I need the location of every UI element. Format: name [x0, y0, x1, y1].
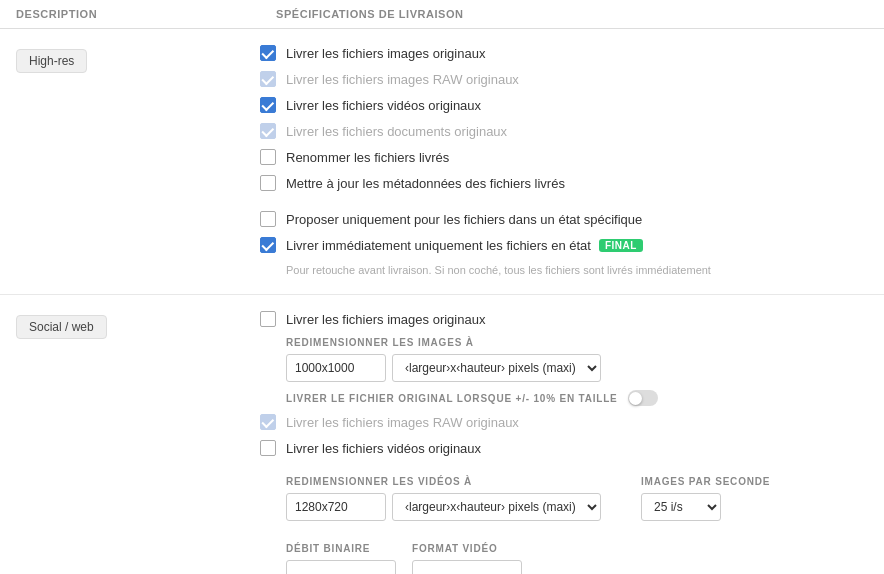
header-specs: SPÉCIFICATIONS DE LIVRAISON [276, 8, 868, 20]
cb-rename[interactable] [260, 149, 276, 165]
resize-images-select[interactable]: ‹largeur›x‹hauteur› pixels (maxi) [392, 354, 601, 382]
sw-checkbox-video: Livrer les fichiers vidéos originaux [260, 440, 868, 456]
sw-cb-raw[interactable] [260, 414, 276, 430]
checkbox-item-videos: Livrer les fichiers vidéos originaux [260, 97, 868, 113]
sw-cb-raw-label: Livrer les fichiers images RAW originaux [286, 415, 519, 430]
page-wrapper: DESCRIPTION SPÉCIFICATIONS DE LIVRAISON … [0, 0, 884, 574]
video-resize-input[interactable] [286, 493, 386, 521]
checkbox-item-raw: Livrer les fichiers images RAW originaux [260, 71, 868, 87]
cb-specific-state[interactable] [260, 211, 276, 227]
cb-images-originaux-label: Livrer les fichiers images originaux [286, 46, 485, 61]
cb-final[interactable] [260, 237, 276, 253]
cb-rename-label: Renommer les fichiers livrés [286, 150, 449, 165]
sw-cb-images-label: Livrer les fichiers images originaux [286, 312, 485, 327]
video-resize-controls: ‹largeur›x‹hauteur› pixels (maxi) [286, 493, 601, 521]
toggle-row: LIVRER LE FICHIER ORIGINAL LORSQUE +/- 1… [286, 390, 868, 406]
checkbox-item-metadata: Mettre à jour les métadonnées des fichie… [260, 175, 868, 191]
hint-text: Pour retouche avant livraison. Si non co… [286, 263, 868, 278]
checkbox-item-specific-state: Proposer uniquement pour les fichiers da… [260, 211, 868, 227]
badge-final: FINAL [599, 239, 643, 252]
highres-label-pill: High-res [16, 49, 87, 73]
cb-images-originaux[interactable] [260, 45, 276, 61]
header-row: DESCRIPTION SPÉCIFICATIONS DE LIVRAISON [0, 0, 884, 29]
checkbox-item-rename: Renommer les fichiers livrés [260, 149, 868, 165]
format-col: FORMAT VIDÉO [412, 533, 522, 574]
format-label: FORMAT VIDÉO [412, 543, 522, 554]
section-socialweb: Social / web Livrer les fichiers images … [0, 295, 884, 574]
resize-images-row: ‹largeur›x‹hauteur› pixels (maxi) [286, 354, 868, 382]
highres-content: Livrer les fichiers images originaux Liv… [260, 45, 884, 278]
checkbox-item-final: Livrer immédiatement uniquement les fich… [260, 237, 868, 253]
checkbox-item-images: Livrer les fichiers images originaux [260, 45, 868, 61]
toggle-label: LIVRER LE FICHIER ORIGINAL LORSQUE +/- 1… [286, 393, 618, 404]
resize-images-input[interactable] [286, 354, 386, 382]
fps-row: 25 i/s [641, 493, 770, 521]
video-resize-label: REDIMENSIONNER LES VIDÉOS À [286, 476, 601, 487]
cb-raw-originaux-label: Livrer les fichiers images RAW originaux [286, 72, 519, 87]
sw-checkbox-images: Livrer les fichiers images originaux [260, 311, 868, 327]
header-description: DESCRIPTION [16, 8, 276, 20]
highres-label-col: High-res [0, 45, 260, 278]
bitrate-label: DÉBIT BINAIRE [286, 543, 396, 554]
cb-metadata[interactable] [260, 175, 276, 191]
sw-checkbox-raw: Livrer les fichiers images RAW originaux [260, 414, 868, 430]
cb-specific-state-label: Proposer uniquement pour les fichiers da… [286, 212, 642, 227]
checkbox-item-docs: Livrer les fichiers documents originaux [260, 123, 868, 139]
socialweb-label-col: Social / web [0, 311, 260, 574]
sw-cb-video[interactable] [260, 440, 276, 456]
cb-videos-originaux-label: Livrer les fichiers vidéos originaux [286, 98, 481, 113]
socialweb-content: Livrer les fichiers images originaux RED… [260, 311, 884, 574]
sw-cb-images[interactable] [260, 311, 276, 327]
bitrate-input[interactable] [286, 560, 396, 574]
socialweb-label-pill: Social / web [16, 315, 107, 339]
fps-label: IMAGES PAR SECONDE [641, 476, 770, 487]
fps-select[interactable]: 25 i/s [641, 493, 721, 521]
video-fps-col: IMAGES PAR SECONDE 25 i/s [641, 466, 770, 521]
cb-docs-originaux[interactable] [260, 123, 276, 139]
cb-raw-originaux[interactable] [260, 71, 276, 87]
cb-metadata-label: Mettre à jour les métadonnées des fichie… [286, 176, 565, 191]
section-highres: High-res Livrer les fichiers images orig… [0, 29, 884, 295]
video-resize-row: REDIMENSIONNER LES VIDÉOS À ‹largeur›x‹h… [260, 466, 868, 529]
resize-images-label: REDIMENSIONNER LES IMAGES À [286, 337, 868, 348]
video-resize-left: REDIMENSIONNER LES VIDÉOS À ‹largeur›x‹h… [260, 466, 601, 529]
bitrate-col: DÉBIT BINAIRE [286, 533, 396, 574]
cb-videos-originaux[interactable] [260, 97, 276, 113]
cb-final-label: Livrer immédiatement uniquement les fich… [286, 238, 591, 253]
cb-docs-originaux-label: Livrer les fichiers documents originaux [286, 124, 507, 139]
video-resize-select[interactable]: ‹largeur›x‹hauteur› pixels (maxi) [392, 493, 601, 521]
toggle-original[interactable] [628, 390, 658, 406]
format-input[interactable] [412, 560, 522, 574]
sw-cb-video-label: Livrer les fichiers vidéos originaux [286, 441, 481, 456]
